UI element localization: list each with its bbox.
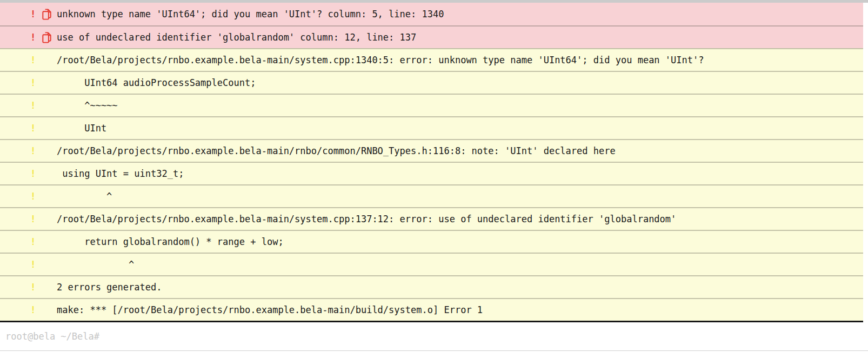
row-gutter: ! (0, 214, 57, 224)
console-log-row: ! make: *** [/root/Bela/projects/rnbo.ex… (0, 298, 863, 321)
alert-icon: ! (30, 55, 36, 65)
row-gutter: ! (0, 168, 57, 179)
row-gutter: ! (0, 145, 57, 156)
console-log-row: ! ^ (0, 253, 863, 275)
log-message: ^ (57, 259, 863, 270)
console-error-row[interactable]: ! use of undeclared identifier 'globalra… (0, 25, 863, 48)
console-log-row: ! /root/Bela/projects/rnbo.example.bela-… (0, 139, 863, 162)
error-message: use of undeclared identifier 'globalrand… (57, 32, 863, 43)
terminal-prompt: root@bela ~/Bela# (5, 331, 99, 342)
log-message: /root/Bela/projects/rnbo.example.bela-ma… (57, 214, 863, 224)
alert-icon: ! (30, 282, 36, 293)
alert-icon: ! (30, 259, 36, 270)
row-gutter: ! (0, 282, 57, 293)
log-message: ^ (57, 191, 863, 202)
row-gutter: ! (0, 236, 57, 247)
row-gutter: ! (0, 191, 57, 202)
log-message: return globalrandom() * range + low; (57, 236, 863, 247)
error-message: unknown type name 'UInt64'; did you mean… (57, 9, 863, 19)
log-message: UInt64 audioProcessSampleCount; (57, 77, 863, 88)
console-log-row: ! using UInt = uint32_t; (0, 162, 863, 184)
alert-icon: ! (30, 168, 36, 179)
terminal-bottom-divider (0, 350, 868, 351)
row-gutter: ! (0, 31, 57, 44)
log-message: /root/Bela/projects/rnbo.example.bela-ma… (57, 55, 863, 65)
alert-icon: ! (30, 236, 36, 247)
console-error-row[interactable]: ! unknown type name 'UInt64'; did you me… (0, 3, 863, 25)
copy-icon[interactable] (41, 8, 53, 21)
terminal-input-line[interactable]: root@bela ~/Bela# (0, 322, 868, 350)
log-message: ^~~~~~ (57, 100, 863, 111)
log-message: /root/Bela/projects/rnbo.example.bela-ma… (57, 145, 863, 156)
console-log: ! unknown type name 'UInt64'; did you me… (0, 3, 863, 321)
alert-icon: ! (30, 77, 36, 88)
alert-icon: ! (30, 145, 36, 156)
console-log-row: ! UInt64 audioProcessSampleCount; (0, 71, 863, 94)
log-message: make: *** [/root/Bela/projects/rnbo.exam… (57, 304, 863, 315)
row-gutter: ! (0, 304, 57, 315)
console-log-row: ! UInt (0, 116, 863, 139)
alert-icon: ! (30, 123, 36, 134)
console-log-row: ! ^ (0, 184, 863, 207)
alert-icon: ! (30, 32, 36, 43)
console-log-row: ! /root/Bela/projects/rnbo.example.bela-… (0, 48, 863, 71)
row-gutter: ! (0, 8, 57, 21)
row-gutter: ! (0, 123, 57, 134)
alert-icon: ! (30, 9, 36, 19)
row-gutter: ! (0, 259, 57, 270)
alert-icon: ! (30, 191, 36, 202)
console-log-row: ! ^~~~~~ (0, 94, 863, 116)
alert-icon: ! (30, 214, 36, 224)
console-log-row: ! /root/Bela/projects/rnbo.example.bela-… (0, 207, 863, 230)
alert-icon: ! (30, 100, 36, 111)
console-log-row: ! return globalrandom() * range + low; (0, 230, 863, 253)
console-log-row: ! 2 errors generated. (0, 275, 863, 298)
row-gutter: ! (0, 100, 57, 111)
log-message: UInt (57, 123, 863, 134)
log-message: using UInt = uint32_t; (57, 168, 863, 179)
copy-icon[interactable] (41, 31, 53, 44)
row-gutter: ! (0, 77, 57, 88)
alert-icon: ! (30, 304, 36, 315)
log-message: 2 errors generated. (57, 282, 863, 293)
row-gutter: ! (0, 55, 57, 65)
